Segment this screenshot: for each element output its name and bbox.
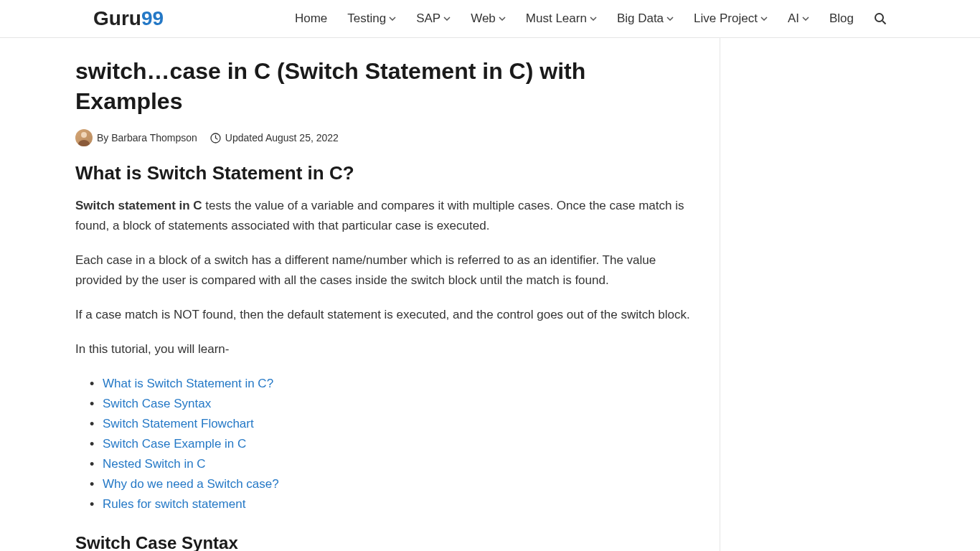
table-of-contents: What is Switch Statement in C? Switch Ca… [75,374,691,514]
nav-web[interactable]: Web [471,11,506,26]
toc-link[interactable]: Why do we need a Switch case? [103,477,279,491]
sidebar [720,38,949,551]
search-icon[interactable] [874,12,887,25]
toc-item: Switch Case Example in C [103,434,691,454]
nav-label: Live Project [694,11,758,26]
nav-label: Big Data [617,11,664,26]
paragraph: Switch statement in C tests the value of… [75,196,691,236]
nav-big-data[interactable]: Big Data [617,11,674,26]
nav-label: Must Learn [526,11,587,26]
nav-label: Home [295,11,327,26]
site-header: Guru99 Home Testing SAP Web Must Learn B… [0,0,980,38]
toc-link[interactable]: Nested Switch in C [103,457,206,471]
section-heading-what-is: What is Switch Statement in C? [75,162,691,184]
nav-ai[interactable]: AI [788,11,809,26]
section-heading-syntax: Switch Case Syntax [75,533,691,551]
paragraph: In this tutorial, you will learn- [75,339,691,359]
updated-meta: Updated August 25, 2022 [210,132,339,143]
article-meta: By Barbara Thompson Updated August 25, 2… [75,129,691,146]
chevron-down-icon [802,15,809,22]
nav-sap[interactable]: SAP [416,11,451,26]
page-title: switch…case in C (Switch Statement in C)… [75,57,691,116]
nav-blog[interactable]: Blog [829,11,854,26]
chevron-down-icon [666,15,674,22]
nav-home[interactable]: Home [295,11,327,26]
logo-text-2: 99 [141,7,164,29]
toc-item: Switch Case Syntax [103,394,691,414]
article-main: switch…case in C (Switch Statement in C)… [31,38,720,551]
toc-link[interactable]: Switch Case Syntax [103,397,211,410]
logo[interactable]: Guru99 [29,7,164,30]
nav-label: AI [788,11,799,26]
nav-label: Blog [829,11,854,26]
nav-testing[interactable]: Testing [347,11,396,26]
chevron-down-icon [590,15,597,22]
toc-item: Nested Switch in C [103,454,691,474]
toc-item: Switch Statement Flowchart [103,414,691,434]
chevron-down-icon [443,15,451,22]
bold-term: Switch statement in C [75,199,202,212]
updated-text: Updated August 25, 2022 [225,132,339,143]
chevron-down-icon [389,15,396,22]
updated-date: August 25, 2022 [265,132,339,143]
toc-link[interactable]: Switch Case Example in C [103,437,246,451]
author-meta: By Barbara Thompson [75,129,197,146]
primary-nav: Home Testing SAP Web Must Learn Big Data… [295,11,951,26]
toc-item: What is Switch Statement in C? [103,374,691,394]
nav-must-learn[interactable]: Must Learn [526,11,597,26]
toc-link[interactable]: Switch Statement Flowchart [103,417,254,430]
nav-live-project[interactable]: Live Project [694,11,768,26]
toc-item: Rules for switch statement [103,494,691,514]
paragraph: If a case match is NOT found, then the d… [75,305,691,325]
chevron-down-icon [760,15,768,22]
nav-label: SAP [416,11,440,26]
nav-label: Testing [347,11,386,26]
toc-link[interactable]: What is Switch Statement in C? [103,377,273,390]
toc-link[interactable]: Rules for switch statement [103,497,245,511]
author-name[interactable]: Barbara Thompson [111,132,197,143]
author-by: By Barbara Thompson [97,132,197,143]
svg-line-1 [882,21,886,24]
chevron-down-icon [499,15,506,22]
author-avatar [75,129,93,146]
paragraph: Each case in a block of a switch has a d… [75,250,691,291]
svg-point-0 [875,14,883,22]
page-container: switch…case in C (Switch Statement in C)… [31,38,949,551]
nav-label: Web [471,11,496,26]
logo-text-1: Guru [93,7,141,29]
clock-icon [210,133,221,143]
toc-item: Why do we need a Switch case? [103,474,691,494]
